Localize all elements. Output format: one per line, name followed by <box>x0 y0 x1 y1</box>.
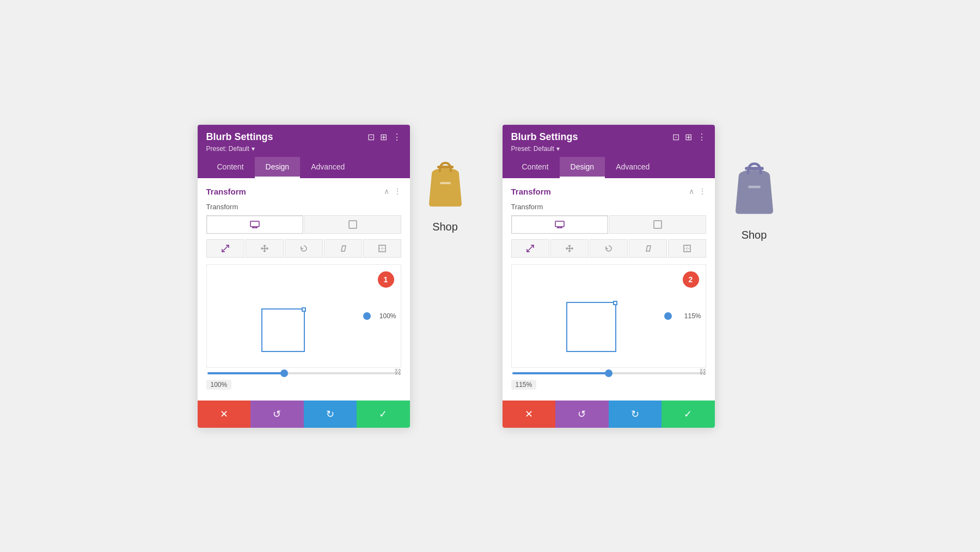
panel1-transform-visual: 100% 1 <box>206 264 401 368</box>
expand-icon[interactable]: ⊡ <box>367 132 375 142</box>
section-more-icon-1[interactable]: ⋮ <box>394 187 401 196</box>
panel2-h-slider[interactable]: ⛓ <box>511 372 706 374</box>
panel1-slider-value: 100% <box>206 380 232 390</box>
panel2-h-fill <box>512 372 609 374</box>
undo-button-1[interactable]: ↺ <box>250 401 304 428</box>
tab-design-2[interactable]: Design <box>560 157 605 178</box>
panel1: Blurb Settings ⊡ ⊞ ⋮ Preset: Default ▾ C… <box>198 125 410 428</box>
panel2-section-title: Transform <box>511 187 551 196</box>
svg-rect-25 <box>748 185 761 188</box>
tool-rotate-2[interactable] <box>590 239 628 258</box>
toggle-other-1[interactable] <box>304 215 401 234</box>
grid-icon-2[interactable]: ⊞ <box>685 132 692 142</box>
panel2-section-icons: ∧ ⋮ <box>689 187 706 196</box>
tab-design-1[interactable]: Design <box>255 157 301 178</box>
more-icon-2[interactable]: ⋮ <box>697 132 706 142</box>
tool-scale-1[interactable] <box>206 239 244 258</box>
tool-rotate-1[interactable] <box>285 239 323 258</box>
panel1-tool-row <box>206 239 401 258</box>
tab-content-2[interactable]: Content <box>511 157 560 178</box>
panel1-title: Blurb Settings <box>206 131 273 143</box>
panel1-preset: Preset: Default ▾ <box>206 145 401 153</box>
panel2-footer: ✕ ↺ ↻ ✓ <box>503 401 715 428</box>
panel1-header-icons: ⊡ ⊞ ⋮ <box>367 132 401 142</box>
cancel-button-1[interactable]: ✕ <box>198 401 251 428</box>
svg-rect-4 <box>349 221 357 228</box>
panel2-slider-value: 115% <box>511 380 537 390</box>
panel2-tool-row <box>511 239 706 258</box>
main-container: Blurb Settings ⊡ ⊞ ⋮ Preset: Default ▾ C… <box>198 125 783 428</box>
more-icon[interactable]: ⋮ <box>393 132 401 142</box>
scale-value-2: 115% <box>684 312 701 320</box>
badge-1: 1 <box>378 271 394 288</box>
panel1-header: Blurb Settings ⊡ ⊞ ⋮ Preset: Default ▾ C… <box>198 125 410 178</box>
tab-advanced-1[interactable]: Advanced <box>300 157 356 178</box>
tab-advanced-2[interactable]: Advanced <box>605 157 660 178</box>
shop-label-2: Shop <box>742 229 767 241</box>
panel2-preset: Preset: Default ▾ <box>511 145 706 153</box>
toggle-other-2[interactable] <box>609 215 706 234</box>
panel1-body: Transform ∧ ⋮ Transform <box>198 178 410 401</box>
cancel-button-2[interactable]: ✕ <box>503 401 556 428</box>
svg-rect-0 <box>250 221 259 227</box>
redo-button-1[interactable]: ↻ <box>304 401 357 428</box>
panel2-body: Transform ∧ ⋮ Transform <box>503 178 715 401</box>
panel1-h-track <box>207 372 400 374</box>
scale-dot-1[interactable] <box>363 312 371 320</box>
svg-line-5 <box>222 245 229 252</box>
tab-content-1[interactable]: Content <box>206 157 255 178</box>
panel2-title: Blurb Settings <box>511 131 578 143</box>
panel1-section-title: Transform <box>206 187 246 196</box>
svg-rect-13 <box>555 221 564 227</box>
grid-icon[interactable]: ⊞ <box>380 132 387 142</box>
tool-skew-1[interactable] <box>324 239 362 258</box>
save-button-1[interactable]: ✓ <box>357 401 410 428</box>
tool-origin-1[interactable] <box>363 239 401 258</box>
panel2-wrapper: Blurb Settings ⊡ ⊞ ⋮ Preset: Default ▾ C… <box>503 125 783 428</box>
panel2-header: Blurb Settings ⊡ ⊞ ⋮ Preset: Default ▾ C… <box>503 125 715 178</box>
panel1-transform-label: Transform <box>206 203 401 211</box>
shop-bag-icon-2 <box>726 157 783 220</box>
panel2-section-header: Transform ∧ ⋮ <box>511 187 706 196</box>
undo-button-2[interactable]: ↺ <box>555 401 609 428</box>
tool-move-1[interactable] <box>246 239 284 258</box>
scale-value-1: 100% <box>379 312 396 320</box>
collapse-icon-2[interactable]: ∧ <box>689 187 694 196</box>
svg-line-18 <box>527 245 534 252</box>
panel1-tabs: Content Design Advanced <box>206 157 401 178</box>
expand-icon-2[interactable]: ⊡ <box>672 132 679 142</box>
panel1-footer: ✕ ↺ ↻ ✓ <box>198 401 410 428</box>
panel1-h-slider[interactable]: ⛓ <box>206 372 401 374</box>
tool-move-2[interactable] <box>550 239 589 258</box>
tool-scale-2[interactable] <box>511 239 549 258</box>
panel1-section-icons: ∧ ⋮ <box>384 187 401 196</box>
tool-skew-2[interactable] <box>629 239 667 258</box>
toggle-desktop-1[interactable] <box>206 215 303 234</box>
panel1-toggle-row <box>206 215 401 234</box>
tool-origin-2[interactable] <box>668 239 706 258</box>
preview2: Shop <box>726 125 783 241</box>
badge-2: 2 <box>683 271 699 288</box>
panel2-toggle-row <box>511 215 706 234</box>
panel2: Blurb Settings ⊡ ⊞ ⋮ Preset: Default ▾ C… <box>503 125 715 428</box>
section-more-icon-2[interactable]: ⋮ <box>699 187 706 196</box>
panel2-transform-visual: 115% 2 <box>511 264 706 368</box>
panel1-wrapper: Blurb Settings ⊡ ⊞ ⋮ Preset: Default ▾ C… <box>198 125 470 428</box>
panel1-section-header: Transform ∧ ⋮ <box>206 187 401 196</box>
panel2-transform-label: Transform <box>511 203 706 211</box>
panel2-header-icons: ⊡ ⊞ ⋮ <box>672 132 706 142</box>
collapse-icon-1[interactable]: ∧ <box>384 187 389 196</box>
svg-rect-17 <box>654 221 661 228</box>
shop-label-1: Shop <box>432 221 458 233</box>
scale-dot-2[interactable] <box>664 312 672 320</box>
shop-bag-icon-1 <box>421 157 470 212</box>
svg-rect-12 <box>440 182 451 184</box>
panel2-tabs: Content Design Advanced <box>511 157 706 178</box>
redo-button-2[interactable]: ↻ <box>609 401 662 428</box>
panel1-h-fill <box>207 372 285 374</box>
preview1: Shop <box>421 125 470 233</box>
toggle-desktop-2[interactable] <box>511 215 608 234</box>
save-button-2[interactable]: ✓ <box>661 401 715 428</box>
